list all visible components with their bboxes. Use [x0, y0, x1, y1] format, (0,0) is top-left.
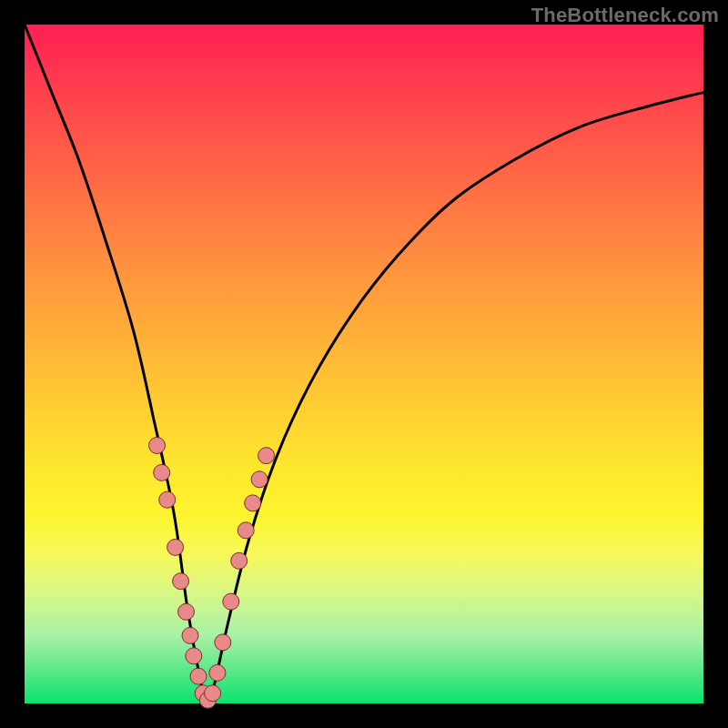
marker-point — [178, 603, 195, 620]
curve-layer — [25, 25, 703, 703]
marker-point — [173, 573, 189, 590]
marker-point — [238, 522, 254, 539]
marker-point — [154, 464, 170, 480]
marker-point — [167, 539, 184, 555]
marker-point — [258, 448, 275, 464]
marker-point — [245, 495, 261, 511]
watermark-text: TheBottleneck.com — [531, 4, 719, 27]
marker-point — [190, 668, 207, 684]
marker-layer — [149, 438, 275, 709]
chart-frame: TheBottleneck.com — [0, 0, 728, 728]
marker-point — [251, 471, 268, 488]
marker-point — [205, 685, 221, 702]
marker-point — [215, 634, 231, 651]
marker-point — [182, 627, 198, 643]
marker-point — [231, 552, 248, 569]
bottleneck-curve — [25, 25, 703, 703]
marker-point — [149, 438, 166, 454]
plot-area — [25, 25, 703, 703]
marker-point — [209, 664, 226, 681]
marker-point — [186, 648, 202, 664]
chart-svg — [25, 25, 703, 703]
marker-point — [159, 491, 176, 508]
marker-point — [223, 593, 239, 610]
